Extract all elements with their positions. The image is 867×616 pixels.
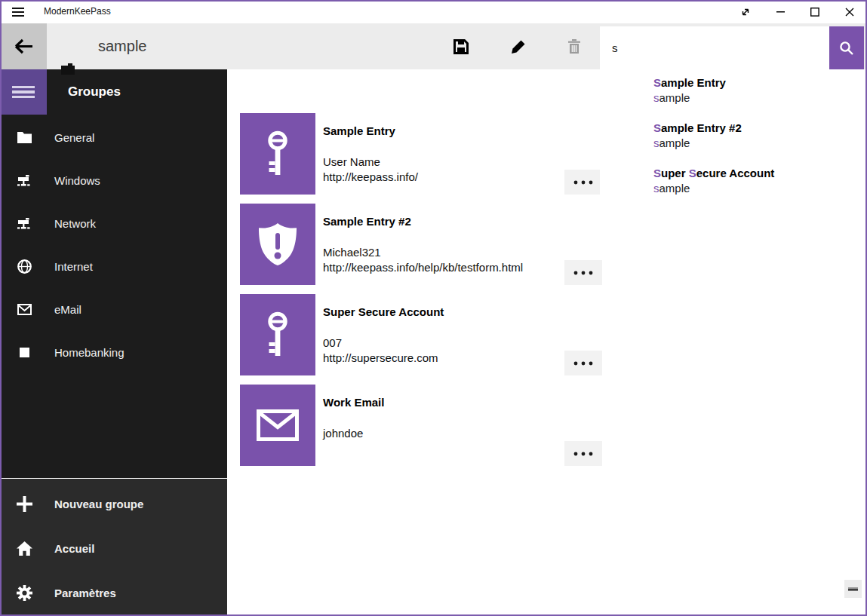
- entry-url: http://keepass.info/: [323, 170, 572, 185]
- square-icon: [16, 348, 32, 357]
- entry-username: User Name: [323, 155, 572, 170]
- sidebar-item-label: Paramètres: [54, 587, 116, 599]
- key-icon: [261, 311, 294, 358]
- nav-toggle-button[interactable]: [0, 69, 47, 115]
- entry-tile[interactable]: [240, 113, 315, 195]
- delete-icon: [567, 38, 582, 55]
- network-icon: [16, 175, 32, 187]
- search-result[interactable]: Super Secure Account sample: [600, 160, 864, 205]
- sidebar-item-email[interactable]: eMail: [0, 288, 227, 331]
- search-result-subtitle: sample: [653, 90, 690, 106]
- sidebar-item-label: Nouveau groupe: [54, 498, 143, 510]
- entry-title: Work Email: [323, 395, 572, 410]
- sidebar-item-label: eMail: [54, 303, 81, 316]
- delete-button[interactable]: [556, 23, 592, 69]
- sidebar-item-homebanking[interactable]: Homebanking: [0, 331, 227, 374]
- mail-icon: [16, 304, 32, 315]
- search-button[interactable]: [829, 26, 864, 69]
- sidebar-item-home[interactable]: Accueil: [0, 527, 227, 570]
- more-icon: [573, 180, 593, 185]
- sidebar-item-settings[interactable]: Paramètres: [0, 572, 227, 614]
- sidebar-item-new-group[interactable]: Nouveau groupe: [0, 483, 227, 526]
- entry-tile[interactable]: [240, 385, 315, 466]
- hamburger-icon[interactable]: [12, 8, 24, 17]
- search-result-title: Sample Entry: [653, 75, 726, 90]
- more-button[interactable]: [564, 351, 602, 375]
- sidebar-item-general[interactable]: General: [0, 116, 227, 159]
- more-icon: [573, 452, 593, 456]
- close-button[interactable]: [832, 0, 867, 23]
- sidebar: Groupes General Windows Network Internet: [0, 69, 227, 616]
- entry-tile[interactable]: [240, 294, 315, 375]
- sidebar-item-network[interactable]: Network: [0, 202, 227, 245]
- edit-icon: [510, 38, 527, 55]
- entry-title: Super Secure Account: [323, 305, 572, 320]
- titlebar: ModernKeePass: [0, 0, 867, 23]
- mail-icon: [257, 409, 299, 441]
- key-icon: [261, 130, 294, 177]
- sidebar-item-label: Homebanking: [54, 346, 125, 359]
- maximize-button[interactable]: [798, 0, 832, 23]
- search-result-title: Sample Entry #2: [653, 121, 742, 136]
- save-icon: [453, 38, 469, 55]
- search-icon: [838, 40, 855, 57]
- zoom-out-button[interactable]: [844, 580, 862, 598]
- search-input[interactable]: [600, 26, 829, 69]
- search-box: [600, 26, 829, 69]
- back-button[interactable]: [0, 23, 47, 69]
- search-result-title: Super Secure Account: [653, 166, 774, 181]
- more-icon: [573, 361, 593, 366]
- entry-url: http://keepass.info/help/kb/testform.htm…: [323, 260, 572, 275]
- minus-icon: [848, 587, 858, 591]
- edit-button[interactable]: [500, 23, 536, 69]
- save-button[interactable]: [443, 23, 479, 69]
- hamburger-icon: [12, 84, 35, 100]
- sidebar-item-label: Network: [54, 217, 96, 230]
- minimize-icon: [776, 11, 785, 13]
- close-icon: [845, 8, 854, 17]
- search-result[interactable]: Sample Entry sample: [600, 69, 864, 115]
- gear-icon: [16, 585, 32, 601]
- folder-icon: [16, 132, 32, 143]
- sidebar-item-label: Internet: [54, 260, 93, 273]
- fullscreen-button[interactable]: [728, 0, 763, 23]
- fullscreen-icon: [740, 7, 751, 17]
- minimize-button[interactable]: [763, 0, 798, 23]
- network-icon: [16, 218, 32, 230]
- more-button[interactable]: [564, 441, 602, 466]
- entry-title: Sample Entry #2: [323, 214, 572, 229]
- entry-title: Sample Entry: [323, 124, 572, 139]
- more-button[interactable]: [564, 260, 602, 285]
- entry-username: johndoe: [323, 426, 572, 441]
- more-icon: [573, 271, 593, 275]
- globe-icon: [16, 259, 32, 274]
- entry-tile[interactable]: [240, 204, 315, 285]
- search-result-subtitle: sample: [653, 181, 690, 196]
- entry-url: http://supersecure.com: [323, 351, 572, 366]
- database-title: sample: [98, 23, 146, 69]
- sidebar-item-label: Windows: [54, 174, 100, 187]
- entry-username: Michael321: [323, 245, 572, 260]
- sidebar-item-internet[interactable]: Internet: [0, 245, 227, 288]
- search-results-dropdown: Sample Entry sample Sample Entry #2 samp…: [600, 69, 864, 205]
- home-icon: [16, 541, 32, 556]
- sidebar-item-label: General: [54, 131, 94, 144]
- app-title: ModernKeePass: [44, 0, 111, 23]
- sidebar-item-label: Accueil: [54, 542, 94, 555]
- groups-header: Groupes: [68, 69, 121, 115]
- maximize-icon: [810, 8, 819, 17]
- entry-username: 007: [323, 336, 572, 351]
- shield-alert-icon: [258, 222, 297, 266]
- more-button[interactable]: [564, 170, 602, 195]
- back-arrow-icon: [14, 38, 34, 55]
- plus-icon: [16, 496, 32, 512]
- briefcase-icon: [60, 63, 75, 78]
- search-result[interactable]: Sample Entry #2 sample: [600, 115, 864, 160]
- search-result-subtitle: sample: [653, 136, 690, 151]
- app-window: ModernKeePass sample: [0, 0, 867, 616]
- sidebar-item-windows[interactable]: Windows: [0, 159, 227, 202]
